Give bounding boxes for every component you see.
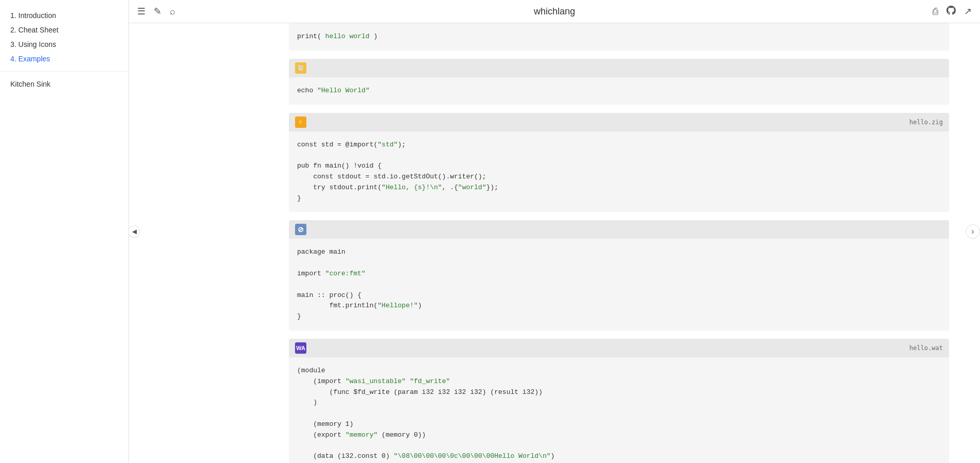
- sidebar-divider: [0, 71, 128, 72]
- code-block-bash-echo: 🐚 echo "Hello World": [289, 59, 949, 105]
- sidebar-item-introduction[interactable]: 1. Introduction: [0, 8, 128, 23]
- topbar-left-icons: ☰ ✎ ⌕: [137, 6, 175, 17]
- code-content: print( hello world ): [289, 23, 949, 51]
- code-content: echo "Hello World": [289, 77, 949, 105]
- code-filename: hello.wat: [909, 344, 943, 352]
- next-page-button[interactable]: ›: [966, 224, 980, 239]
- topbar-right-icons: ⎙ ↗: [933, 6, 972, 18]
- wat-icon: WA: [295, 342, 306, 354]
- github-icon[interactable]: [946, 6, 956, 18]
- print-icon[interactable]: ⎙: [933, 6, 938, 17]
- code-filename: hello.zig: [909, 119, 943, 126]
- main-content: print( hello world ) 🐚 echo "Hello World…: [258, 23, 980, 463]
- search-icon[interactable]: ⌕: [170, 6, 175, 17]
- sidebar-item-kitchen-sink[interactable]: Kitchen Sink: [0, 77, 128, 91]
- code-block-zig: ⚡ hello.zig const std = @import("std"); …: [289, 113, 949, 212]
- zig-icon: ⚡: [295, 117, 306, 128]
- app-title: whichlang: [534, 6, 575, 17]
- sidebar-item-examples[interactable]: 4. Examples: [0, 52, 128, 66]
- external-link-icon[interactable]: ↗: [964, 6, 972, 17]
- code-block-bash-partial: print( hello world ): [289, 23, 949, 51]
- sidebar-item-cheat-sheet[interactable]: 2. Cheat Sheet: [0, 23, 128, 37]
- topbar: ☰ ✎ ⌕ whichlang ⎙ ↗: [129, 0, 980, 23]
- code-header: 🐚: [289, 59, 949, 77]
- sidebar: 1. Introduction 2. Cheat Sheet 3. Using …: [0, 0, 129, 463]
- code-content: package main import "core:fmt" main :: p…: [289, 239, 949, 330]
- code-content: const std = @import("std"); pub fn main(…: [289, 131, 949, 212]
- sidebar-collapse-button[interactable]: ◀: [128, 225, 140, 238]
- code-header: ⚡ hello.zig: [289, 113, 949, 131]
- code-block-wat: WA hello.wat (module (import "wasi_unsta…: [289, 339, 949, 463]
- menu-icon[interactable]: ☰: [137, 6, 145, 17]
- code-header: WA hello.wat: [289, 339, 949, 357]
- sidebar-item-using-icons[interactable]: 3. Using Icons: [0, 37, 128, 52]
- edit-icon[interactable]: ✎: [154, 6, 161, 17]
- code-header: ⊘: [289, 220, 949, 239]
- code-content: (module (import "wasi_unstable" "fd_writ…: [289, 357, 949, 463]
- code-block-nim: ⊘ package main import "core:fmt" main ::…: [289, 220, 949, 330]
- nim-icon: ⊘: [295, 224, 306, 235]
- bash-icon: 🐚: [295, 62, 306, 74]
